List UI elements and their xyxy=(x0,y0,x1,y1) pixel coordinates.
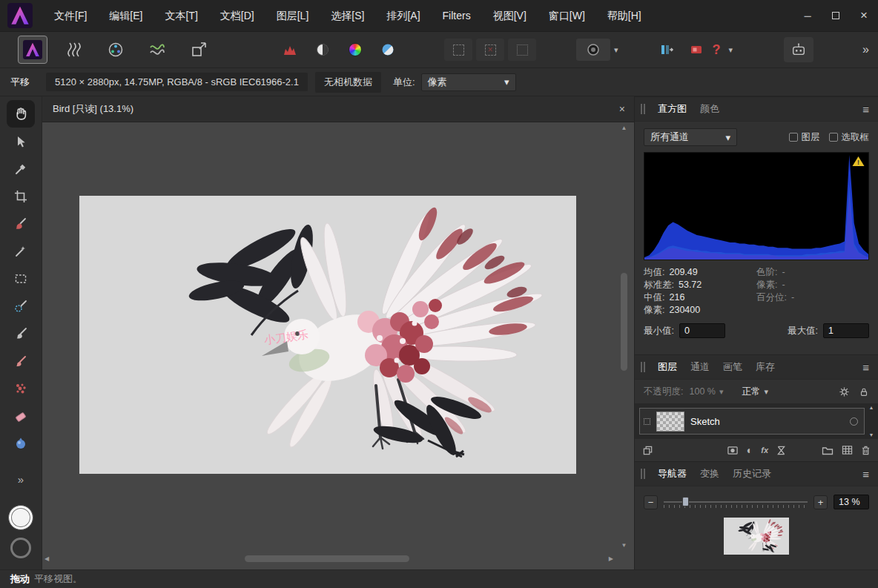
blend-mode-select[interactable]: 正常 xyxy=(742,386,760,398)
canvas-viewport[interactable]: 小刀娱乐 ▲ ▼ ◀ ▶ xyxy=(42,122,634,569)
panel-grip-icon[interactable] xyxy=(635,362,651,372)
menu-file[interactable]: 文件[F] xyxy=(43,0,98,31)
scroll-down-icon[interactable]: ▼ xyxy=(618,542,630,549)
export-persona-button[interactable] xyxy=(184,36,214,64)
menu-help[interactable]: 帮助[H] xyxy=(596,0,653,31)
vertical-scrollbar[interactable]: ▲ ▼ xyxy=(618,125,630,549)
navigator-thumbnail[interactable] xyxy=(724,518,789,555)
layer-checkbox[interactable] xyxy=(789,133,798,142)
channels-select[interactable]: 所有通道 ▾ xyxy=(644,128,737,146)
group-layers-icon[interactable] xyxy=(822,445,834,455)
zoom-out-button[interactable]: − xyxy=(644,495,658,509)
menu-filters[interactable]: Filters xyxy=(432,0,482,31)
assistant-button[interactable]: ? xyxy=(713,42,721,58)
move-tool[interactable] xyxy=(7,128,35,155)
scroll-left-icon[interactable]: ◀ xyxy=(44,553,49,564)
marquee-tool[interactable] xyxy=(7,265,35,292)
menu-select[interactable]: 选择[S] xyxy=(320,0,375,31)
adjustment-layer-icon[interactable]: ◐ xyxy=(747,445,753,455)
auto-contrast-button[interactable] xyxy=(308,37,337,62)
flood-select-tool[interactable] xyxy=(7,237,35,265)
colour-selector[interactable] xyxy=(8,505,33,530)
delete-layer-icon[interactable] xyxy=(861,445,871,456)
photo-persona-button[interactable] xyxy=(18,36,47,64)
menu-edit[interactable]: 编辑[E] xyxy=(98,0,154,31)
blend-options-icon[interactable] xyxy=(842,445,853,455)
duplicate-layer-icon[interactable] xyxy=(642,445,653,456)
selection-subtract-button[interactable]: × xyxy=(476,39,504,61)
blur-tool[interactable] xyxy=(7,429,35,457)
liquify-persona-button[interactable] xyxy=(59,36,89,64)
tab-layers[interactable]: 图层 xyxy=(651,360,684,374)
vertical-scroll-thumb[interactable] xyxy=(621,273,627,371)
scroll-down-icon[interactable]: ▼ xyxy=(869,432,874,437)
lock-icon[interactable] xyxy=(859,386,869,397)
toolbar-overflow-button[interactable]: » xyxy=(862,43,869,56)
horizontal-scrollbar[interactable]: ◀ ▶ xyxy=(44,553,613,564)
tab-transform[interactable]: 变换 xyxy=(693,467,726,480)
auto-colors-button[interactable] xyxy=(340,37,370,62)
max-input[interactable] xyxy=(823,323,869,338)
tone-mapping-persona-button[interactable] xyxy=(142,36,172,64)
tab-stock[interactable]: 库存 xyxy=(749,360,782,374)
live-filter-icon[interactable] xyxy=(776,445,786,456)
view-mode-chevron[interactable]: ▾ xyxy=(610,45,622,55)
develop-persona-button[interactable] xyxy=(101,36,131,64)
tab-color[interactable]: 颜色 xyxy=(693,102,726,116)
panel-menu-icon[interactable]: ≡ xyxy=(862,468,869,480)
opacity-value[interactable]: 100 % xyxy=(689,386,715,397)
menu-window[interactable]: 窗口[W] xyxy=(538,0,596,31)
assistant-chevron[interactable]: ▾ xyxy=(725,45,737,55)
marquee-checkbox[interactable] xyxy=(829,133,838,142)
selection-new-button[interactable] xyxy=(444,39,472,61)
panel-menu-icon[interactable]: ≡ xyxy=(862,103,869,116)
hand-tool[interactable] xyxy=(7,100,35,128)
horizontal-scroll-thumb[interactable] xyxy=(245,555,409,562)
selection-intersect-button[interactable] xyxy=(508,39,536,61)
panel-grip-icon[interactable] xyxy=(635,104,651,114)
scroll-up-icon[interactable]: ▲ xyxy=(869,405,874,410)
tab-history[interactable]: 历史记录 xyxy=(726,467,778,480)
assistant-manager-button[interactable] xyxy=(784,37,813,62)
layer-name[interactable]: Sketch xyxy=(690,416,720,427)
document-close-icon[interactable]: × xyxy=(619,103,625,115)
layer-row[interactable]: Sketch xyxy=(639,408,865,435)
menu-document[interactable]: 文档[D] xyxy=(209,0,265,31)
gear-icon[interactable] xyxy=(839,386,850,397)
tab-channels[interactable]: 通道 xyxy=(684,360,716,374)
auto-white-balance-button[interactable] xyxy=(373,37,403,62)
tab-navigator[interactable]: 导航器 xyxy=(651,467,693,480)
mask-layer-icon[interactable] xyxy=(727,445,739,456)
color-picker-tool[interactable] xyxy=(7,155,35,182)
zoom-in-button[interactable]: + xyxy=(813,495,828,509)
panel-menu-icon[interactable]: ≡ xyxy=(862,361,869,374)
minimize-button[interactable]: ─ xyxy=(793,0,822,31)
scroll-right-icon[interactable]: ▶ xyxy=(609,553,613,564)
more-tools-button[interactable]: » xyxy=(18,473,24,486)
eraser-tool[interactable] xyxy=(7,402,35,429)
colour-replacement-tool[interactable] xyxy=(7,347,35,374)
close-button[interactable]: × xyxy=(850,0,878,31)
layer-effects-icon[interactable]: fx xyxy=(761,446,768,455)
secondary-colour-selector[interactable] xyxy=(10,538,31,558)
menu-text[interactable]: 文本[T] xyxy=(154,0,208,31)
menu-arrange[interactable]: 排列[A] xyxy=(375,0,431,31)
selection-brush-tool[interactable] xyxy=(7,292,35,320)
menu-view[interactable]: 视图[V] xyxy=(482,0,538,31)
healing-brush-tool[interactable] xyxy=(7,210,35,237)
pixel-tool[interactable] xyxy=(7,374,35,402)
layer-visibility-toggle[interactable] xyxy=(850,417,858,426)
units-select[interactable]: 像素 ▾ xyxy=(421,73,516,91)
tab-histogram[interactable]: 直方图 xyxy=(651,102,693,116)
crop-tool[interactable] xyxy=(7,182,35,210)
layer-thumbnail[interactable] xyxy=(656,412,684,432)
min-input[interactable] xyxy=(679,323,725,338)
scroll-up-icon[interactable]: ▲ xyxy=(618,125,630,131)
layer-list-scrollbar[interactable]: ▲ ▼ xyxy=(867,405,876,437)
pixel-preview-button[interactable] xyxy=(684,36,708,64)
panel-grip-icon[interactable] xyxy=(635,469,651,479)
auto-levels-button[interactable] xyxy=(275,37,305,62)
zoom-slider[interactable] xyxy=(664,496,808,508)
zoom-value-input[interactable] xyxy=(834,495,869,509)
maximize-button[interactable] xyxy=(822,0,850,31)
